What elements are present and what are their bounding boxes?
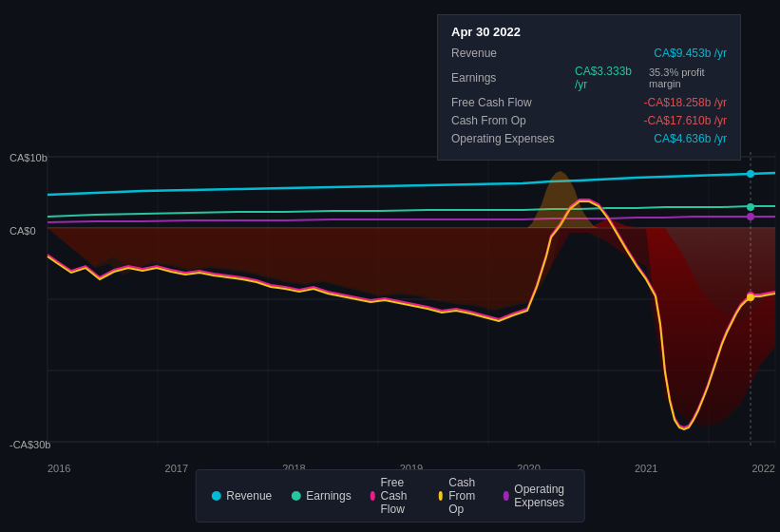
tooltip-value-revenue: CA$9.453b /yr	[654, 47, 727, 60]
legend-dot-cashfromop	[438, 491, 443, 501]
y-label-top: CA$10b	[10, 152, 48, 163]
tooltip-value-fcf: -CA$18.258b /yr	[644, 96, 727, 109]
y-label-mid: CA$0	[10, 225, 36, 237]
legend-dot-opex	[504, 491, 508, 501]
legend-item-opex: Operating Expenses	[504, 483, 569, 509]
legend-label-fcf: Free Cash Flow	[381, 476, 420, 516]
x-label-2017: 2017	[165, 463, 188, 474]
legend-item-cashfromop: Cash From Op	[438, 476, 485, 516]
tooltip-row-opex: Operating Expenses CA$4.636b /yr	[451, 132, 727, 145]
legend-label-opex: Operating Expenses	[514, 483, 568, 509]
tooltip-row-cashfromop: Cash From Op -CA$17.610b /yr	[451, 114, 727, 127]
svg-point-16	[747, 203, 754, 211]
x-label-2016: 2016	[48, 463, 70, 474]
svg-point-15	[747, 170, 754, 178]
x-label-2022: 2022	[751, 463, 774, 474]
data-tooltip: Apr 30 2022 Revenue CA$9.453b /yr Earnin…	[437, 14, 741, 161]
legend-item-earnings: Earnings	[291, 489, 351, 503]
legend-label-earnings: Earnings	[306, 489, 351, 503]
y-label-bottom: -CA$30b	[10, 439, 50, 450]
tooltip-row-revenue: Revenue CA$9.453b /yr	[451, 47, 727, 60]
svg-point-18	[747, 294, 754, 301]
tooltip-row-fcf: Free Cash Flow -CA$18.258b /yr	[451, 96, 727, 109]
x-label-2021: 2021	[635, 463, 657, 474]
tooltip-label-cashfromop: Cash From Op	[451, 114, 575, 127]
legend-item-fcf: Free Cash Flow	[371, 476, 420, 516]
tooltip-label-revenue: Revenue	[451, 47, 575, 60]
tooltip-value-earnings: CA$3.333b /yr	[575, 65, 637, 91]
legend-label-cashfromop: Cash From Op	[448, 476, 485, 516]
tooltip-value-opex: CA$4.636b /yr	[654, 132, 727, 145]
legend-item-revenue: Revenue	[211, 489, 272, 503]
tooltip-label-opex: Operating Expenses	[451, 132, 575, 145]
chart-legend: Revenue Earnings Free Cash Flow Cash Fro…	[195, 469, 585, 522]
legend-dot-fcf	[371, 491, 375, 501]
svg-point-19	[747, 213, 754, 220]
tooltip-label-fcf: Free Cash Flow	[451, 96, 575, 109]
tooltip-value-cashfromop: -CA$17.610b /yr	[644, 114, 727, 127]
tooltip-row-earnings: Earnings CA$3.333b /yr 35.3% profit marg…	[451, 65, 727, 91]
legend-dot-earnings	[291, 491, 300, 501]
tooltip-label-earnings: Earnings	[451, 71, 575, 85]
tooltip-note-margin: 35.3% profit margin	[649, 66, 727, 89]
legend-dot-revenue	[211, 491, 220, 501]
legend-label-revenue: Revenue	[226, 489, 272, 503]
tooltip-date: Apr 30 2022	[451, 25, 727, 39]
